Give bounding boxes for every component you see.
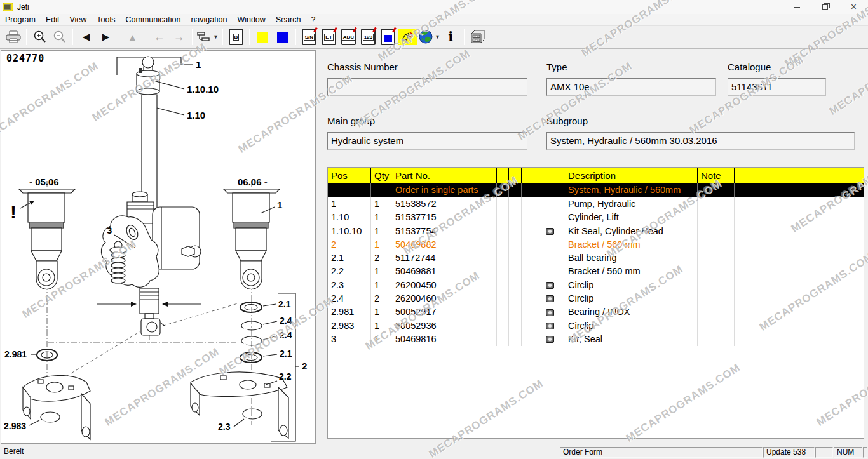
cell-empty — [522, 225, 536, 238]
chassis-number-input[interactable] — [327, 78, 527, 96]
cell-pos: 2.3 — [328, 279, 371, 292]
menu-help[interactable]: ? — [306, 14, 320, 26]
tree-view-button[interactable]: ▼ — [196, 27, 219, 46]
chevron-down-icon[interactable]: ▼ — [213, 34, 219, 40]
panel-splitter[interactable] — [316, 49, 325, 445]
cell-part-no: 50052936 — [390, 319, 497, 333]
cell-empty — [735, 279, 864, 292]
cell-part-no: 26200460 — [390, 292, 497, 305]
back-button[interactable]: ◀ — [77, 27, 95, 46]
up-level-button[interactable]: ▲ — [123, 27, 142, 46]
table-row-pos-2.3[interactable]: 2.3126200450Circlip — [328, 279, 864, 292]
cell-note — [698, 197, 735, 211]
catalogue-field[interactable]: 51143611 — [728, 78, 826, 96]
abc-index-button[interactable]: ABC — [339, 27, 358, 46]
catalog-button[interactable] — [398, 29, 417, 45]
cell-empty — [735, 211, 864, 224]
diagram-label-assembly: 1 — [196, 59, 201, 70]
minimize-button[interactable] — [782, 0, 811, 14]
archive-button[interactable] — [468, 27, 487, 46]
language-button[interactable]: ▼ — [418, 27, 440, 46]
menu-search[interactable]: Search — [271, 14, 306, 26]
title-bar[interactable]: Jeti × — [0, 0, 868, 14]
restore-icon — [822, 4, 828, 10]
toolbar: ◀ ▶ ▲ ← → ▼ B S/N ET ABC 123 — [0, 26, 868, 48]
table-row-pos-1[interactable]: 1151538572Pump, Hydraulic — [328, 197, 864, 211]
cell-pos: 3 — [328, 333, 371, 346]
cell-description: Pump, Hydraulic — [564, 197, 698, 211]
cell-note — [698, 333, 735, 346]
table-row-pos-1.10.10[interactable]: 1.10.10151537754Kit Seal, Cylinder Head — [328, 225, 864, 238]
cell-pos: 1 — [328, 197, 371, 211]
next-page-button[interactable]: → — [170, 27, 188, 46]
menu-navigation[interactable]: navigation — [186, 14, 232, 26]
kit-image-icon[interactable] — [546, 228, 554, 235]
serial-number-button[interactable]: S/N — [300, 27, 318, 46]
kit-image-icon[interactable] — [546, 282, 554, 289]
main-group-field[interactable]: Hydraulic system — [327, 132, 527, 150]
b-document-button[interactable]: B — [227, 27, 245, 46]
cell-empty — [509, 251, 522, 265]
cell-part-no: 50469816 — [390, 333, 497, 346]
kit-image-icon[interactable] — [546, 323, 554, 329]
menu-window[interactable]: Window — [232, 14, 270, 26]
diagram-panel[interactable]: 1 1.10.10 1.10 — [1, 50, 316, 444]
zoom-out-button[interactable] — [50, 27, 69, 46]
col-header-description[interactable]: Description — [564, 168, 698, 183]
menu-communication[interactable]: Communication — [121, 14, 186, 26]
diagram-label-kit-seal-3: 3 — [107, 225, 112, 236]
blue-marker-button[interactable] — [273, 27, 292, 46]
table-row-pos-2.981[interactable]: 2.981150052917Bearing / INOX — [328, 305, 864, 319]
col-header-qty[interactable]: Qty — [371, 168, 390, 183]
cell-note — [698, 251, 735, 265]
resize-grip[interactable] — [863, 447, 867, 458]
cell-empty — [522, 319, 536, 333]
et-list-button[interactable]: ET — [320, 27, 338, 46]
zoom-in-button[interactable] — [31, 27, 49, 46]
close-button[interactable]: × — [839, 0, 868, 14]
chevron-down-icon[interactable]: ▼ — [435, 34, 440, 40]
menu-edit[interactable]: Edit — [41, 14, 65, 26]
diagram-label-bracket-2-2: 2.2 — [279, 371, 292, 382]
maximize-button[interactable] — [811, 0, 839, 14]
col-header-pos[interactable]: Pos — [328, 168, 371, 183]
type-field[interactable]: AMX 10e — [546, 78, 716, 96]
forward-button[interactable]: ▶ — [97, 27, 115, 46]
menu-view[interactable]: View — [64, 14, 92, 26]
table-row-pos-2.2[interactable]: 2.2150469881Bracket / 560 mm — [328, 265, 864, 278]
diagram-label-cylinder-right: 1 — [277, 199, 282, 210]
cell-empty — [509, 211, 522, 224]
cell-qty: 1 — [371, 265, 390, 278]
diagram-label-version-from: 06.06 - — [238, 176, 268, 187]
subgroup-field[interactable]: System, Hydraulic / 560mm 30.03.2016 — [546, 132, 855, 150]
table-row-pos-1.10[interactable]: 1.10151537715Cylinder, Lift — [328, 211, 864, 224]
cell-qty: 1 — [371, 238, 390, 251]
previous-page-button[interactable]: ← — [150, 27, 168, 46]
menu-tools[interactable]: Tools — [92, 14, 120, 26]
table-row-pos-2.4[interactable]: 2.4226200460Circlip — [328, 292, 864, 305]
cell-empty — [497, 225, 509, 238]
kit-image-icon[interactable] — [546, 295, 554, 302]
print-button[interactable] — [4, 27, 22, 46]
cell-empty — [735, 251, 864, 265]
table-row-pos-3[interactable]: 3150469816Kit, Seal — [328, 333, 864, 346]
order-form-status[interactable]: Order Form — [560, 447, 763, 458]
col-header-partno[interactable]: Part No. — [390, 168, 497, 183]
table-row-pos-2.1[interactable]: 2.1251172744Ball bearing — [328, 251, 864, 265]
yellow-marker-button[interactable] — [254, 27, 272, 46]
table-row-pos-2.983[interactable]: 2.983150052936Circlip — [328, 319, 864, 333]
numeric-index-button[interactable]: 123 — [359, 27, 377, 46]
cell-empty — [522, 279, 536, 292]
cell-note — [698, 292, 735, 305]
table-header-row: Pos Qty Part No. Description Note — [328, 168, 864, 183]
order-single-parts-row[interactable]: Order in single parts System, Hydraulic … — [328, 183, 864, 197]
kit-image-icon[interactable] — [546, 309, 554, 316]
cell-empty — [497, 305, 509, 319]
table-row-pos-2[interactable]: 2150469882Bracket / 560 mm — [328, 238, 864, 251]
kit-image-icon[interactable] — [546, 336, 554, 343]
col-header-note[interactable]: Note — [698, 168, 735, 183]
blue-document-button[interactable] — [379, 27, 397, 46]
info-button[interactable]: i — [442, 27, 460, 46]
menu-program[interactable]: Program — [0, 14, 41, 26]
arrow-left-icon: ← — [154, 30, 165, 44]
